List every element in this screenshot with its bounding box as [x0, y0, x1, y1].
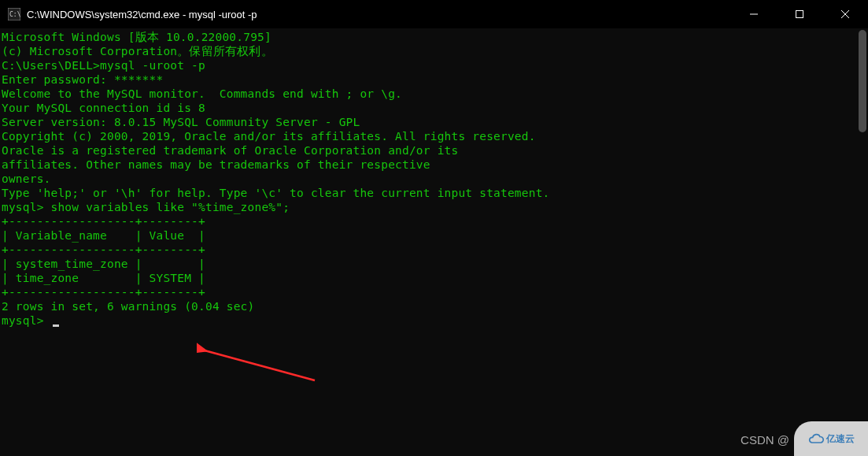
terminal-line: Type 'help;' or '\h' for help. Type '\c'…: [2, 186, 866, 200]
window-controls: [731, 0, 868, 28]
window-title: C:\WINDOWS\system32\cmd.exe - mysql -uro…: [27, 9, 731, 20]
terminal-line: | time_zone | SYSTEM |: [2, 271, 866, 285]
svg-line-7: [205, 350, 315, 380]
svg-text:C:\: C:\: [9, 11, 20, 18]
terminal-line: Enter password: *******: [2, 72, 866, 87]
cloud-icon: [808, 431, 824, 447]
terminal-line: Microsoft Windows [版本 10.0.22000.795]: [2, 30, 866, 44]
minimize-button[interactable]: [731, 0, 777, 28]
terminal-line: | Variable_name | Value |: [2, 228, 866, 243]
scrollbar-thumb[interactable]: [859, 30, 866, 132]
terminal-line: C:\Users\DELL>mysql -uroot -p: [2, 58, 866, 72]
svg-rect-3: [796, 11, 803, 18]
terminal-line: owners.: [2, 172, 866, 186]
terminal-line: | system_time_zone | |: [2, 257, 866, 271]
cmd-icon: C:\: [8, 8, 20, 20]
terminal-line: +------------------+--------+: [2, 243, 866, 257]
terminal-line: Your MySQL connection id is 8: [2, 101, 866, 115]
terminal-line: mysql>: [2, 313, 866, 328]
annotation-arrow: [197, 343, 323, 386]
terminal-line: Server version: 8.0.15 MySQL Community S…: [2, 115, 866, 129]
terminal-line: +------------------+--------+: [2, 285, 866, 299]
logo-watermark: 亿速云: [794, 421, 868, 456]
terminal-line: mysql> show variables like "%time_zone%"…: [2, 200, 866, 214]
terminal-line: Welcome to the MySQL monitor. Commands e…: [2, 87, 866, 101]
terminal-line: Copyright (c) 2000, 2019, Oracle and/or …: [2, 129, 866, 143]
maximize-button[interactable]: [777, 0, 822, 28]
cursor: [53, 324, 59, 327]
terminal-line: Oracle is a registered trademark of Orac…: [2, 143, 866, 158]
logo-text: 亿速云: [826, 432, 855, 446]
window-titlebar: C:\ C:\WINDOWS\system32\cmd.exe - mysql …: [0, 0, 868, 28]
terminal-line: 2 rows in set, 6 warnings (0.04 sec): [2, 299, 866, 313]
csdn-watermark: CSDN @: [741, 433, 789, 447]
terminal-line: affiliates. Other names may be trademark…: [2, 158, 866, 172]
terminal-output[interactable]: Microsoft Windows [版本 10.0.22000.795](c)…: [0, 28, 868, 329]
terminal-line: (c) Microsoft Corporation。保留所有权利。: [2, 44, 866, 58]
close-button[interactable]: [822, 0, 868, 28]
terminal-line: +------------------+--------+: [2, 214, 866, 228]
